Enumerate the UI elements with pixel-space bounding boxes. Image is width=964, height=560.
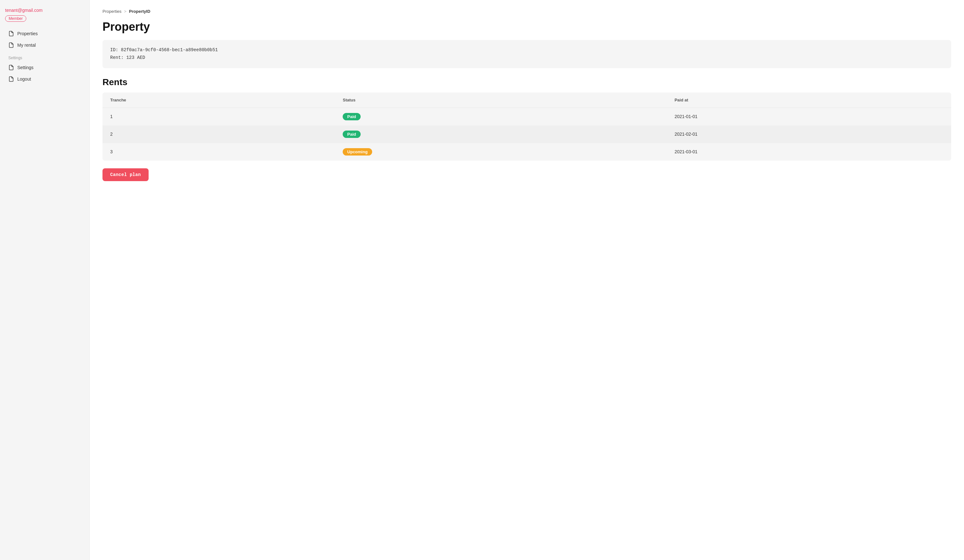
table-header-row: Tranche Status Paid at (103, 93, 951, 108)
main-content: Properties > PropertyID Property ID: 82f… (90, 0, 964, 560)
sidebar-item-logout[interactable]: Logout (5, 74, 84, 84)
col-header-tranche: Tranche (103, 93, 335, 108)
cell-tranche: 3 (103, 143, 335, 161)
breadcrumb: Properties > PropertyID (103, 9, 951, 14)
document-icon (8, 31, 14, 36)
cell-tranche: 2 (103, 125, 335, 143)
cell-status: Paid (335, 107, 667, 125)
cell-status: Upcoming (335, 143, 667, 161)
rents-section-title: Rents (103, 77, 951, 88)
sidebar-item-label-logout: Logout (17, 76, 31, 81)
property-rent: Rent: 123 AED (110, 54, 943, 62)
sidebar-item-my-rental[interactable]: My rental (5, 40, 84, 50)
col-header-status: Status (335, 93, 667, 108)
table-row: 1Paid2021-01-01 (103, 107, 951, 125)
sidebar-item-label-my-rental: My rental (17, 42, 36, 48)
sidebar-settings-label: Settings (8, 56, 81, 60)
cell-paid-at: 2021-01-01 (667, 107, 951, 125)
status-badge: Paid (343, 113, 360, 120)
document-icon-rental (8, 42, 14, 48)
table-row: 2Paid2021-02-01 (103, 125, 951, 143)
status-badge: Paid (343, 131, 360, 138)
document-icon-logout (8, 76, 14, 82)
cell-paid-at: 2021-02-01 (667, 125, 951, 143)
table-row: 3Upcoming2021-03-01 (103, 143, 951, 161)
breadcrumb-separator: > (124, 9, 127, 14)
sidebar-item-properties[interactable]: Properties (5, 28, 84, 39)
sidebar: tenant@gmail.com Member Properties My re… (0, 0, 90, 560)
breadcrumb-parent[interactable]: Properties (103, 9, 121, 14)
document-icon-settings (8, 65, 14, 70)
rents-table: Tranche Status Paid at 1Paid2021-01-012P… (103, 93, 951, 161)
sidebar-item-label-settings: Settings (17, 65, 34, 70)
cell-tranche: 1 (103, 107, 335, 125)
cancel-plan-button[interactable]: Cancel plan (103, 168, 148, 181)
sidebar-nav: Properties My rental Settings Settings L… (5, 28, 84, 84)
rents-table-wrapper: Tranche Status Paid at 1Paid2021-01-012P… (103, 93, 951, 161)
property-id: ID: 82f0ac7a-9cf0-4568-bec1-a89ee80b0b51 (110, 46, 943, 54)
cell-status: Paid (335, 125, 667, 143)
cell-paid-at: 2021-03-01 (667, 143, 951, 161)
col-header-paid-at: Paid at (667, 93, 951, 108)
status-badge: Upcoming (343, 148, 372, 156)
sidebar-item-label-properties: Properties (17, 31, 38, 36)
breadcrumb-current: PropertyID (129, 9, 150, 14)
sidebar-member-badge: Member (5, 15, 26, 22)
property-info-card: ID: 82f0ac7a-9cf0-4568-bec1-a89ee80b0b51… (103, 40, 951, 68)
sidebar-item-settings[interactable]: Settings (5, 62, 84, 73)
sidebar-email: tenant@gmail.com (5, 8, 84, 13)
page-title: Property (103, 20, 951, 34)
